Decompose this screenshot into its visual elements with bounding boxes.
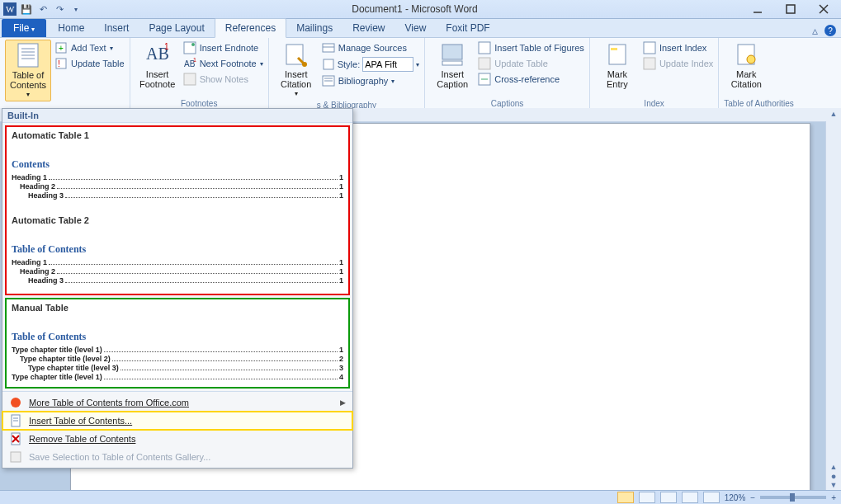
svg-text:W: W <box>6 4 15 14</box>
tab-view[interactable]: View <box>395 19 437 37</box>
svg-text:!: ! <box>58 59 60 68</box>
group-captions: Insert Caption Insert Table of Figures U… <box>425 38 590 109</box>
toc-gallery-dropdown: Built-In Automatic Table 1 Contents Head… <box>2 108 353 469</box>
insert-table-of-figures-button[interactable]: Insert Table of Figures <box>478 41 584 54</box>
ribbon-tabs: File▾ Home Insert Page Layout References… <box>0 19 841 38</box>
qat-dropdown-icon[interactable]: ▾ <box>69 2 83 16</box>
add-text-button[interactable]: +Add Text ▾ <box>54 41 125 54</box>
view-draft-button[interactable] <box>703 492 720 503</box>
group-label-toa: Table of Authorities <box>724 98 794 108</box>
group-table-of-contents: Table of Contents▾ +Add Text ▾ !Update T… <box>0 38 130 109</box>
quick-access-toolbar: W 💾 ↶ ↷ ▾ <box>3 2 83 16</box>
toc-option-auto2[interactable]: Automatic Table 2 Table of Contents Head… <box>12 215 343 285</box>
toc-menu: More Table of Contents from Office.com ▶… <box>2 391 352 468</box>
svg-rect-39 <box>644 58 655 69</box>
svg-point-42 <box>11 398 21 407</box>
update-captions-table-button: Update Table <box>478 57 584 70</box>
svg-rect-3 <box>787 5 795 13</box>
group-label-index: Index <box>595 98 713 108</box>
object-browse-up-icon[interactable]: ▲ <box>830 463 838 471</box>
toc-preview-line: Heading 31 <box>12 276 343 285</box>
toc-preview-line: Heading 21 <box>12 182 343 191</box>
svg-rect-49 <box>11 452 21 462</box>
tab-references[interactable]: References <box>215 18 286 38</box>
toc-option-auto1[interactable]: Automatic Table 1 Contents Heading 11Hea… <box>12 130 343 200</box>
toc-save-selection-button: Save Selection to Table of Contents Gall… <box>2 448 352 466</box>
undo-icon[interactable]: ↶ <box>36 2 50 16</box>
insert-endnote-button[interactable]: Insert Endnote <box>183 41 263 54</box>
tab-home[interactable]: Home <box>48 19 94 37</box>
zoom-out-button[interactable]: − <box>750 493 755 502</box>
update-table-button[interactable]: !Update Table <box>54 57 125 70</box>
submenu-arrow-icon: ▶ <box>340 398 346 407</box>
save-selection-icon <box>9 450 22 464</box>
zoom-slider[interactable] <box>760 496 826 499</box>
minimize-button[interactable] <box>747 2 768 16</box>
object-browse-down-icon[interactable]: ▼ <box>830 481 838 489</box>
status-bar: 120% − + <box>0 490 841 504</box>
title-bar: W 💾 ↶ ↷ ▾ Document1 - Microsoft Word <box>0 0 841 19</box>
remove-icon <box>9 432 22 445</box>
toc-preview-line: Heading 11 <box>12 173 343 181</box>
document-icon <box>9 414 22 427</box>
insert-index-button[interactable]: Insert Index <box>643 41 713 54</box>
cross-reference-button[interactable]: Cross-reference <box>478 73 584 86</box>
tab-mailings[interactable]: Mailings <box>286 19 343 37</box>
view-full-screen-button[interactable] <box>639 492 655 503</box>
zoom-in-button[interactable]: + <box>831 493 836 502</box>
toc-more-office-button[interactable]: More Table of Contents from Office.com ▶ <box>2 393 352 412</box>
manage-sources-button[interactable]: Manage Sources <box>322 41 420 54</box>
zoom-level[interactable]: 120% <box>725 493 746 502</box>
save-icon[interactable]: 💾 <box>20 2 33 16</box>
toc-preview-line: Type chapter title (level 3)3 <box>12 364 343 372</box>
svg-rect-24 <box>323 44 334 52</box>
tab-review[interactable]: Review <box>343 19 395 37</box>
toc-remove-button[interactable]: Remove Table of Contents <box>2 430 352 448</box>
help-icon[interactable]: ? <box>824 25 836 36</box>
svg-rect-26 <box>324 59 333 69</box>
toc-builtin-automatic: Automatic Table 1 Contents Heading 11Hea… <box>5 125 350 295</box>
maximize-button[interactable] <box>780 2 801 16</box>
tab-insert[interactable]: Insert <box>94 19 139 37</box>
svg-text:+: + <box>59 44 64 53</box>
insert-footnote-button[interactable]: AB1 Insert Footnote <box>135 40 180 91</box>
toc-option-manual[interactable]: Manual Table Table of Contents Type chap… <box>5 298 350 389</box>
mark-entry-button[interactable]: Mark Entry <box>595 40 640 91</box>
style-input[interactable] <box>362 57 413 72</box>
next-footnote-button[interactable]: AB1Next Footnote ▾ <box>183 57 263 70</box>
toc-preview-line: Heading 11 <box>12 258 343 266</box>
view-outline-button[interactable] <box>682 492 698 503</box>
svg-point-18 <box>191 43 195 46</box>
tab-file[interactable]: File▾ <box>2 19 46 37</box>
show-notes-button: Show Notes <box>183 73 263 86</box>
svg-rect-31 <box>442 61 462 65</box>
view-web-layout-button[interactable] <box>660 492 677 503</box>
tab-foxit[interactable]: Foxit PDF <box>436 19 499 37</box>
svg-text:1: 1 <box>164 42 169 51</box>
minimize-ribbon-icon[interactable]: ▵ <box>812 24 818 37</box>
toc-preview-line: Heading 21 <box>12 267 343 276</box>
close-button[interactable] <box>813 2 834 16</box>
vertical-scrollbar[interactable]: ▲ ▲ ● ▼ <box>825 108 841 491</box>
toc-insert-button[interactable]: Insert Table of Contents... <box>2 412 352 430</box>
svg-text:1: 1 <box>193 57 196 63</box>
insert-citation-button[interactable]: Insert Citation▾ <box>274 40 319 100</box>
toc-preview-line: Type chapter title (level 2)2 <box>12 355 343 363</box>
table-of-contents-button[interactable]: Table of Contents▾ <box>5 40 51 101</box>
citation-style-select[interactable]: Style:▾ <box>322 57 420 72</box>
toc-preview-line: Type chapter title (level 1)4 <box>12 373 343 381</box>
group-citations: Insert Citation▾ Manage Sources Style:▾ … <box>269 38 426 109</box>
group-footnotes: AB1 Insert Footnote Insert Endnote AB1Ne… <box>130 38 269 109</box>
redo-icon[interactable]: ↷ <box>53 2 66 16</box>
word-icon: W <box>3 2 17 16</box>
toc-preview-line: Heading 31 <box>12 191 343 200</box>
view-print-layout-button[interactable] <box>617 492 634 503</box>
bibliography-button[interactable]: Bibliography ▾ <box>322 74 420 87</box>
scroll-up-icon[interactable]: ▲ <box>830 110 838 118</box>
group-label-footnotes: Footnotes <box>135 98 263 108</box>
svg-rect-32 <box>479 42 490 54</box>
tab-page-layout[interactable]: Page Layout <box>139 19 214 37</box>
insert-caption-button[interactable]: Insert Caption <box>430 40 475 91</box>
object-browse-icon[interactable]: ● <box>831 471 837 481</box>
mark-citation-button[interactable]: Mark Citation <box>724 40 768 91</box>
